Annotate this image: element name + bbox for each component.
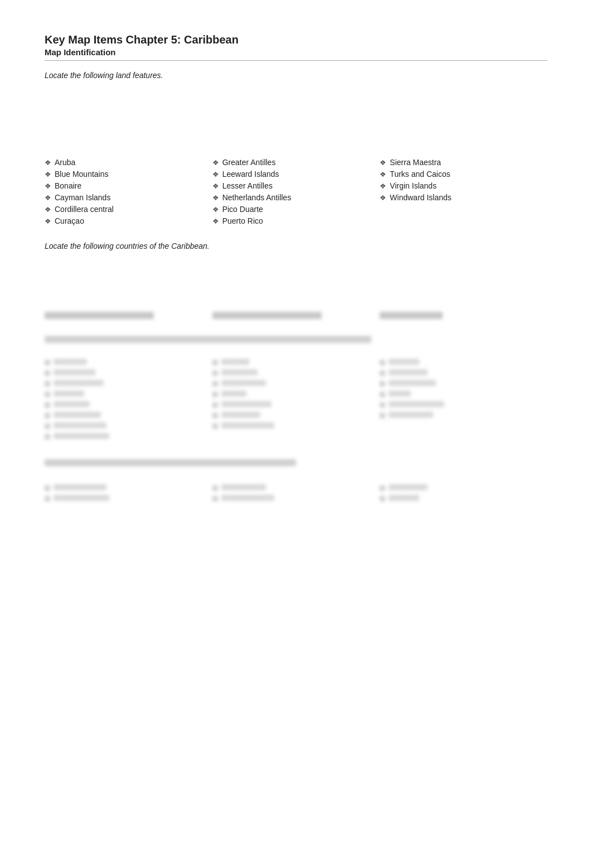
list-item: ❖Puerto Rico [212, 216, 369, 225]
diamond-icon: ❖ [212, 205, 219, 214]
col1: ❖Aruba ❖Blue Mountains ❖Bonaire ❖Cayman … [45, 158, 212, 228]
diamond-icon: ❖ [45, 182, 51, 190]
list-item: ❖Turks and Caicos [380, 170, 536, 179]
list-item: ❖Bonaire [45, 181, 201, 190]
list-item: ❖Cordillera central [45, 205, 201, 214]
diamond-icon: ❖ [45, 205, 51, 214]
diamond-icon: ❖ [380, 182, 386, 190]
diamond-icon: ❖ [212, 182, 219, 190]
list-item: ❖Aruba [45, 158, 201, 167]
instructions2: Locate the following countries of the Ca… [45, 242, 547, 250]
list-item: ❖Netherlands Antilles [212, 193, 369, 202]
list-item: ❖Windward Islands [380, 193, 536, 202]
list-item: ❖Leeward Islands [212, 170, 369, 179]
diamond-icon: ❖ [380, 194, 386, 202]
diamond-icon: ❖ [212, 194, 219, 202]
diamond-icon: ❖ [45, 217, 51, 225]
col2: ❖Greater Antilles ❖Leeward Islands ❖Less… [212, 158, 380, 228]
col2-list: ❖Greater Antilles ❖Leeward Islands ❖Less… [212, 158, 369, 225]
diamond-icon: ❖ [380, 158, 386, 167]
list-item: ❖Pico Duarte [212, 205, 369, 214]
list-item: ❖Curaçao [45, 216, 201, 225]
divider [45, 60, 547, 61]
col3-list: ❖Sierra Maestra ❖Turks and Caicos ❖Virgi… [380, 158, 536, 202]
list-item: ❖Lesser Antilles [212, 181, 369, 190]
list-item: ❖Blue Mountains [45, 170, 201, 179]
col3: ❖Sierra Maestra ❖Turks and Caicos ❖Virgi… [380, 158, 547, 228]
diamond-icon: ❖ [45, 170, 51, 179]
land-features-columns: ❖Aruba ❖Blue Mountains ❖Bonaire ❖Cayman … [45, 158, 547, 228]
diamond-icon: ❖ [45, 158, 51, 167]
diamond-icon: ❖ [212, 170, 219, 179]
instructions1: Locate the following land features. [45, 71, 547, 80]
col1-list: ❖Aruba ❖Blue Mountains ❖Bonaire ❖Cayman … [45, 158, 201, 225]
list-item: ❖Sierra Maestra [380, 158, 536, 167]
diamond-icon: ❖ [380, 170, 386, 179]
list-item: ❖Cayman Islands [45, 193, 201, 202]
list-item: ❖Virgin Islands [380, 181, 536, 190]
list-item: ❖Greater Antilles [212, 158, 369, 167]
diamond-icon: ❖ [212, 158, 219, 167]
blurred-section1 [45, 267, 547, 505]
spacer1 [45, 102, 547, 158]
subtitle: Map Identification [45, 47, 547, 57]
diamond-icon: ❖ [212, 217, 219, 225]
diamond-icon: ❖ [45, 194, 51, 202]
page-title: Key Map Items Chapter 5: Caribbean [45, 33, 547, 46]
